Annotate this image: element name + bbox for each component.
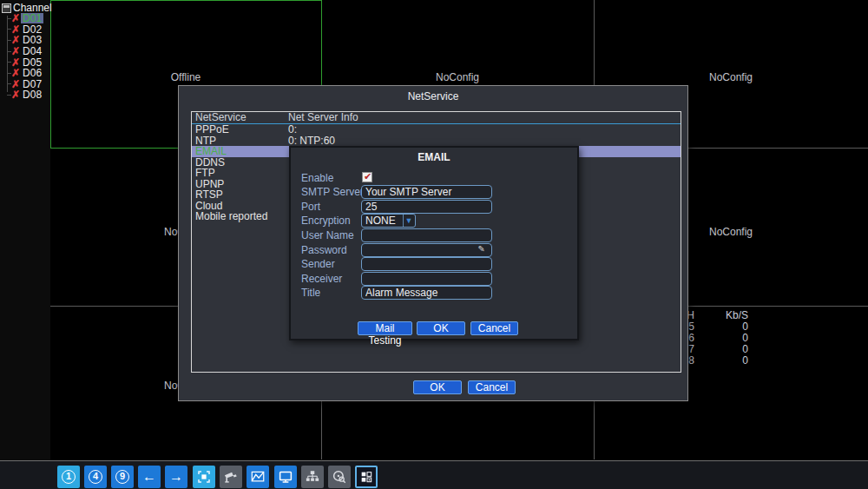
nine-view-button[interactable]: 9: [111, 466, 134, 488]
column-header-netserverinfo: Net Server Info: [288, 112, 358, 123]
title-input[interactable]: [361, 286, 492, 300]
smtp-server-input[interactable]: [361, 185, 492, 199]
single-view-button[interactable]: 1: [57, 466, 80, 488]
disconnected-x-icon: ✗: [11, 46, 20, 56]
channel-item-d03[interactable]: ✗D03: [0, 35, 50, 46]
monitor-icon: [278, 469, 293, 485]
disk-search-icon: [332, 469, 347, 485]
netservice-ok-button[interactable]: OK: [413, 380, 462, 394]
video-cell-status: NoConfig: [594, 71, 868, 83]
video-cell-status: Offline: [50, 71, 321, 83]
channel-sidebar: Channel ✗D01 ✗D02 ✗D03 ✗D04 ✗D05 ✗D06: [0, 0, 50, 460]
title-label: Title: [301, 286, 320, 300]
channel-item-d07[interactable]: ✗D07: [0, 79, 50, 90]
netservice-cancel-button[interactable]: Cancel: [468, 380, 516, 394]
dvr-screen: Offline NoConfig NoConfig NoConfig NoCon…: [0, 0, 868, 489]
check-icon: ✔: [364, 171, 372, 182]
network-button[interactable]: [301, 466, 324, 488]
enable-checkbox[interactable]: ✔: [362, 172, 372, 182]
encryption-selected-value: NONE: [365, 215, 396, 227]
disconnected-x-icon: ✗: [11, 35, 20, 45]
channel-item-d06[interactable]: ✗D06: [0, 68, 50, 79]
stop-tour-button[interactable]: [193, 466, 215, 488]
disconnected-x-icon: ✗: [11, 89, 20, 100]
ptz-control-button[interactable]: [220, 466, 242, 488]
netservice-dialog-title: NetService: [179, 90, 687, 102]
disconnected-x-icon: ✗: [11, 13, 20, 23]
receiver-label: Receiver: [301, 272, 342, 286]
bottom-toolbar: 1 4 9 ← →: [0, 460, 868, 489]
disconnected-x-icon: ✗: [11, 57, 20, 68]
next-channel-button[interactable]: →: [165, 466, 187, 488]
port-input[interactable]: [361, 200, 492, 214]
mail-testing-button[interactable]: Mail Testing: [358, 321, 412, 335]
port-label: Port: [301, 200, 320, 214]
encryption-label: Encryption: [301, 214, 351, 228]
ptz-camera-icon: [223, 469, 239, 485]
channel-item-d05[interactable]: ✗D05: [0, 56, 50, 68]
channel-item-d02[interactable]: ✗D02: [0, 24, 50, 36]
nine-view-icon: 9: [115, 470, 129, 484]
channel-item-d01[interactable]: ✗D01: [0, 13, 50, 24]
disconnected-x-icon: ✗: [11, 68, 20, 78]
multi-pip-icon: [359, 470, 373, 484]
email-ok-button[interactable]: OK: [417, 321, 465, 335]
service-row-ntp[interactable]: NTP 0: NTP:60: [192, 135, 681, 147]
channel-item-d04[interactable]: ✗D04: [0, 46, 50, 57]
netservice-table-header: NetService Net Server Info: [192, 112, 681, 124]
multi-pip-button[interactable]: [355, 466, 378, 488]
storage-search-button[interactable]: [328, 466, 351, 488]
prev-arrow-icon: ←: [142, 470, 156, 484]
chevron-down-icon: ▼: [403, 215, 414, 227]
single-view-icon: 1: [62, 470, 76, 484]
next-arrow-icon: →: [169, 470, 183, 484]
enable-label: Enable: [301, 171, 333, 185]
disconnected-x-icon: ✗: [11, 79, 20, 89]
column-header-netservice: NetService: [195, 112, 247, 123]
video-cell-status: NoConfig: [321, 71, 594, 83]
email-cancel-button[interactable]: Cancel: [470, 321, 518, 335]
previous-channel-button[interactable]: ←: [138, 466, 161, 488]
receiver-input[interactable]: [361, 272, 492, 286]
pen-icon[interactable]: ✎: [478, 244, 485, 254]
quad-view-button[interactable]: 4: [84, 466, 107, 488]
stop-icon: [196, 469, 212, 485]
email-dialog: EMAIL Enable ✔ SMTP Server Port Encrypti…: [289, 146, 579, 340]
channel-item-d08[interactable]: ✗D08: [0, 89, 50, 101]
username-label: User Name: [301, 228, 354, 242]
channel-list: ✗D01 ✗D02 ✗D03 ✗D04 ✗D05 ✗D06 ✗D07 ✗D08: [0, 13, 50, 101]
window-icon: [2, 3, 11, 13]
service-row-pppoe[interactable]: PPPoE 0:: [192, 124, 681, 135]
smtp-server-label: SMTP Server: [301, 185, 364, 199]
output-adjust-button[interactable]: [274, 466, 297, 488]
password-label: Password: [301, 243, 347, 257]
color-setting-button[interactable]: [247, 466, 269, 488]
email-dialog-title: EMAIL: [291, 151, 577, 163]
encryption-dropdown[interactable]: NONE ▼: [361, 214, 416, 228]
network-icon: [305, 469, 320, 485]
quad-view-icon: 4: [89, 470, 102, 484]
password-input[interactable]: [361, 243, 492, 257]
sender-label: Sender: [301, 257, 335, 271]
disconnected-x-icon: ✗: [11, 24, 20, 35]
username-input[interactable]: [361, 228, 492, 242]
chart-icon: [250, 469, 266, 485]
sender-input[interactable]: [361, 257, 492, 271]
